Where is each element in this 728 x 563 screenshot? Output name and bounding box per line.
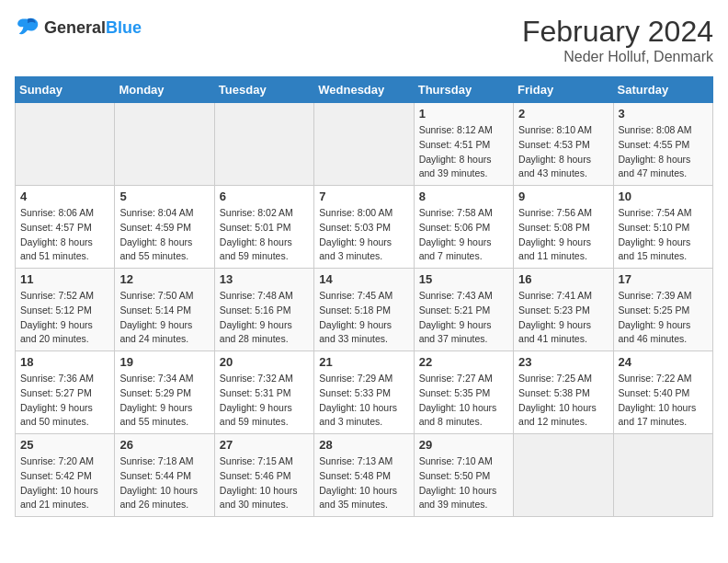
day-info: Sunrise: 8:08 AMSunset: 4:55 PMDaylight:… — [619, 123, 708, 181]
calendar-table: SundayMondayTuesdayWednesdayThursdayFrid… — [15, 76, 713, 517]
day-info: Sunrise: 7:52 AMSunset: 5:12 PMDaylight:… — [20, 289, 109, 347]
logo-blue: Blue — [106, 18, 142, 37]
day-info: Sunrise: 7:32 AMSunset: 5:31 PMDaylight:… — [220, 372, 309, 430]
day-number: 27 — [220, 438, 309, 452]
calendar-cell: 11Sunrise: 7:52 AMSunset: 5:12 PMDayligh… — [16, 269, 115, 351]
calendar-cell: 12Sunrise: 7:50 AMSunset: 5:14 PMDayligh… — [115, 269, 214, 351]
calendar-cell: 1Sunrise: 8:12 AMSunset: 4:51 PMDaylight… — [414, 103, 513, 186]
calendar-cell: 6Sunrise: 8:02 AMSunset: 5:01 PMDaylight… — [214, 186, 313, 269]
calendar-cell: 16Sunrise: 7:41 AMSunset: 5:23 PMDayligh… — [514, 269, 613, 351]
calendar-cell: 8Sunrise: 7:58 AMSunset: 5:06 PMDaylight… — [414, 186, 513, 269]
day-number: 7 — [319, 190, 408, 203]
day-number: 4 — [20, 190, 109, 203]
day-info: Sunrise: 7:54 AMSunset: 5:10 PMDaylight:… — [619, 206, 708, 264]
day-info: Sunrise: 7:25 AMSunset: 5:38 PMDaylight:… — [518, 372, 608, 430]
day-number: 19 — [119, 355, 209, 369]
header-friday: Friday — [514, 77, 613, 103]
day-info: Sunrise: 7:15 AMSunset: 5:46 PMDaylight:… — [220, 454, 309, 512]
calendar-cell: 25Sunrise: 7:20 AMSunset: 5:42 PMDayligh… — [16, 434, 115, 517]
day-info: Sunrise: 8:12 AMSunset: 4:51 PMDaylight:… — [419, 123, 508, 181]
week-row-3: 18Sunrise: 7:36 AMSunset: 5:27 PMDayligh… — [16, 351, 713, 434]
header-sunday: Sunday — [16, 77, 115, 103]
week-row-2: 11Sunrise: 7:52 AMSunset: 5:12 PMDayligh… — [16, 269, 713, 351]
day-number: 13 — [220, 272, 309, 286]
calendar-cell: 5Sunrise: 8:04 AMSunset: 4:59 PMDaylight… — [115, 186, 214, 269]
day-number: 1 — [419, 107, 508, 121]
calendar-cell: 29Sunrise: 7:10 AMSunset: 5:50 PMDayligh… — [414, 434, 513, 517]
logo-general: General — [44, 18, 106, 37]
calendar-cell — [115, 103, 214, 186]
week-row-0: 1Sunrise: 8:12 AMSunset: 4:51 PMDaylight… — [16, 103, 713, 186]
day-number: 2 — [518, 107, 608, 121]
day-info: Sunrise: 7:10 AMSunset: 5:50 PMDaylight:… — [419, 454, 508, 512]
page-title: February 2024 — [522, 15, 713, 49]
day-info: Sunrise: 7:43 AMSunset: 5:21 PMDaylight:… — [419, 289, 508, 347]
day-info: Sunrise: 8:00 AMSunset: 5:03 PMDaylight:… — [319, 206, 408, 264]
day-info: Sunrise: 7:18 AMSunset: 5:44 PMDaylight:… — [119, 454, 209, 512]
calendar-cell: 26Sunrise: 7:18 AMSunset: 5:44 PMDayligh… — [115, 434, 214, 517]
calendar-cell: 17Sunrise: 7:39 AMSunset: 5:25 PMDayligh… — [613, 269, 712, 351]
header-thursday: Thursday — [414, 77, 513, 103]
header-tuesday: Tuesday — [214, 77, 313, 103]
day-number: 23 — [518, 355, 608, 369]
day-info: Sunrise: 7:58 AMSunset: 5:06 PMDaylight:… — [419, 206, 508, 264]
day-info: Sunrise: 7:36 AMSunset: 5:27 PMDaylight:… — [20, 372, 109, 430]
week-row-4: 25Sunrise: 7:20 AMSunset: 5:42 PMDayligh… — [16, 434, 713, 517]
day-number: 15 — [419, 272, 508, 286]
calendar-cell: 13Sunrise: 7:48 AMSunset: 5:16 PMDayligh… — [214, 269, 313, 351]
day-info: Sunrise: 7:56 AMSunset: 5:08 PMDaylight:… — [518, 206, 608, 264]
calendar-cell — [214, 103, 313, 186]
header-wednesday: Wednesday — [314, 77, 414, 103]
calendar-cell — [613, 434, 712, 517]
calendar-cell: 14Sunrise: 7:45 AMSunset: 5:18 PMDayligh… — [314, 269, 414, 351]
day-number: 26 — [119, 438, 209, 452]
day-info: Sunrise: 8:04 AMSunset: 4:59 PMDaylight:… — [119, 206, 209, 264]
calendar-cell — [514, 434, 613, 517]
logo: GeneralBlue — [15, 15, 142, 40]
calendar-cell: 20Sunrise: 7:32 AMSunset: 5:31 PMDayligh… — [214, 351, 313, 434]
calendar-cell: 7Sunrise: 8:00 AMSunset: 5:03 PMDaylight… — [314, 186, 414, 269]
day-number: 10 — [619, 190, 708, 203]
day-info: Sunrise: 7:34 AMSunset: 5:29 PMDaylight:… — [119, 372, 209, 430]
day-info: Sunrise: 7:22 AMSunset: 5:40 PMDaylight:… — [619, 372, 708, 430]
calendar-cell: 24Sunrise: 7:22 AMSunset: 5:40 PMDayligh… — [613, 351, 712, 434]
day-info: Sunrise: 7:48 AMSunset: 5:16 PMDaylight:… — [220, 289, 309, 347]
calendar-cell: 22Sunrise: 7:27 AMSunset: 5:35 PMDayligh… — [414, 351, 513, 434]
day-info: Sunrise: 7:20 AMSunset: 5:42 PMDaylight:… — [20, 454, 109, 512]
calendar-cell — [16, 103, 115, 186]
header-monday: Monday — [115, 77, 214, 103]
week-row-1: 4Sunrise: 8:06 AMSunset: 4:57 PMDaylight… — [16, 186, 713, 269]
calendar-cell: 2Sunrise: 8:10 AMSunset: 4:53 PMDaylight… — [514, 103, 613, 186]
day-number: 3 — [619, 107, 708, 121]
day-number: 22 — [419, 355, 508, 369]
calendar-cell: 28Sunrise: 7:13 AMSunset: 5:48 PMDayligh… — [314, 434, 414, 517]
calendar-cell: 15Sunrise: 7:43 AMSunset: 5:21 PMDayligh… — [414, 269, 513, 351]
calendar-cell: 9Sunrise: 7:56 AMSunset: 5:08 PMDaylight… — [514, 186, 613, 269]
calendar-cell: 19Sunrise: 7:34 AMSunset: 5:29 PMDayligh… — [115, 351, 214, 434]
day-number: 16 — [518, 272, 608, 286]
calendar-cell: 18Sunrise: 7:36 AMSunset: 5:27 PMDayligh… — [16, 351, 115, 434]
calendar-cell: 27Sunrise: 7:15 AMSunset: 5:46 PMDayligh… — [214, 434, 313, 517]
day-info: Sunrise: 8:02 AMSunset: 5:01 PMDaylight:… — [220, 206, 309, 264]
day-number: 9 — [518, 190, 608, 203]
day-info: Sunrise: 7:29 AMSunset: 5:33 PMDaylight:… — [319, 372, 408, 430]
calendar-header-row: SundayMondayTuesdayWednesdayThursdayFrid… — [16, 77, 713, 103]
day-info: Sunrise: 7:50 AMSunset: 5:14 PMDaylight:… — [119, 289, 209, 347]
calendar-cell — [314, 103, 414, 186]
header: GeneralBlue February 2024 Neder Holluf, … — [15, 15, 713, 65]
title-area: February 2024 Neder Holluf, Denmark — [522, 15, 713, 65]
day-info: Sunrise: 7:39 AMSunset: 5:25 PMDaylight:… — [619, 289, 708, 347]
day-info: Sunrise: 7:45 AMSunset: 5:18 PMDaylight:… — [319, 289, 408, 347]
calendar-cell: 10Sunrise: 7:54 AMSunset: 5:10 PMDayligh… — [613, 186, 712, 269]
page-subtitle: Neder Holluf, Denmark — [522, 49, 713, 65]
day-number: 11 — [20, 272, 109, 286]
day-info: Sunrise: 7:13 AMSunset: 5:48 PMDaylight:… — [319, 454, 408, 512]
header-saturday: Saturday — [613, 77, 712, 103]
day-number: 17 — [619, 272, 708, 286]
day-number: 21 — [319, 355, 408, 369]
day-number: 18 — [20, 355, 109, 369]
day-number: 6 — [220, 190, 309, 203]
day-info: Sunrise: 8:06 AMSunset: 4:57 PMDaylight:… — [20, 206, 109, 264]
calendar-cell: 23Sunrise: 7:25 AMSunset: 5:38 PMDayligh… — [514, 351, 613, 434]
logo-text: GeneralBlue — [44, 18, 142, 38]
